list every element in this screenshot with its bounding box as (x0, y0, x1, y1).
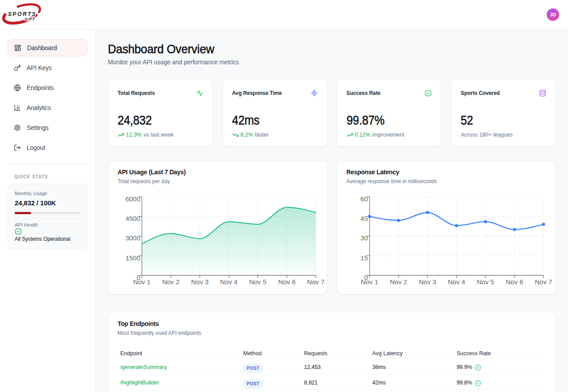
svg-text:1500: 1500 (126, 254, 140, 262)
svg-text:3000: 3000 (126, 234, 140, 242)
svg-text:GPT: GPT (25, 17, 36, 21)
svg-text:Nov 6: Nov 6 (505, 278, 523, 286)
svg-text:Nov 2: Nov 2 (162, 278, 179, 286)
svg-text:Nov 7: Nov 7 (535, 278, 552, 286)
svg-text:4500: 4500 (126, 215, 140, 222)
svg-text:60: 60 (360, 195, 368, 203)
svg-text:15: 15 (360, 254, 368, 262)
svg-text:Nov 6: Nov 6 (278, 278, 296, 286)
svg-text:Nov 1: Nov 1 (361, 278, 378, 286)
svg-text:Nov 4: Nov 4 (448, 278, 465, 286)
svg-text:30: 30 (360, 234, 368, 242)
svg-text:Nov 5: Nov 5 (477, 278, 494, 286)
svg-text:6000: 6000 (126, 195, 140, 203)
svg-text:45: 45 (360, 215, 368, 222)
svg-text:Nov 4: Nov 4 (220, 278, 237, 286)
svg-text:Nov 3: Nov 3 (191, 278, 209, 286)
svg-text:Nov 5: Nov 5 (249, 278, 266, 286)
svg-text:Nov 1: Nov 1 (133, 278, 150, 286)
svg-text:Nov 3: Nov 3 (418, 278, 436, 286)
svg-text:Nov 7: Nov 7 (307, 278, 324, 286)
svg-text:Nov 2: Nov 2 (390, 278, 407, 286)
